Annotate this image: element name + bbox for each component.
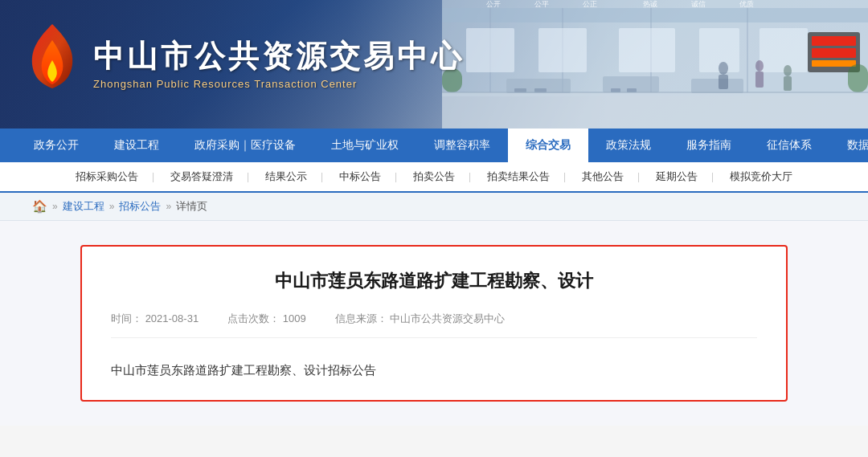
svg-rect-12 [760, 28, 808, 72]
sub-nav-link-8[interactable]: 模拟竞价大厅 [714, 161, 809, 192]
header-title-area: 中山市公共资源交易中心 Zhongshan Public Resources T… [93, 39, 465, 91]
svg-rect-19 [691, 79, 743, 93]
svg-point-26 [755, 60, 764, 71]
main-nav-item-8: 服务指南 [669, 129, 749, 162]
main-nav-item-4: 土地与矿业权 [313, 129, 416, 162]
breadcrumb-sep-2: » [109, 201, 115, 212]
svg-rect-8 [466, 28, 514, 72]
svg-text:热诚: 热诚 [643, 0, 657, 8]
sub-nav-item-5: 拍卖结果公告 [471, 161, 566, 192]
svg-rect-15 [812, 48, 856, 58]
sub-nav-link-4[interactable]: 拍卖公告 [397, 161, 471, 192]
main-nav-item-10: 数据开放 [829, 129, 868, 162]
main-nav-link-9[interactable]: 征信体系 [749, 129, 829, 162]
svg-rect-31 [848, 64, 868, 92]
sub-navigation: 招标采购公告交易答疑澄清结果公示中标公告拍卖公告拍卖结果公告其他公告延期公告模拟… [0, 162, 868, 193]
svg-rect-27 [755, 71, 764, 88]
main-nav-link-10[interactable]: 数据开放 [829, 129, 868, 162]
sub-nav-link-3[interactable]: 中标公告 [323, 161, 397, 192]
breadcrumb-link-1[interactable]: 建设工程 [63, 199, 104, 214]
home-icon[interactable]: 🏠 [32, 199, 47, 214]
svg-rect-29 [784, 76, 792, 91]
main-nav-link-4[interactable]: 土地与矿业权 [313, 129, 416, 162]
breadcrumb-sep-3: » [166, 201, 171, 212]
svg-rect-10 [619, 28, 675, 72]
header-logo-area: 中山市公共资源交易中心 Zhongshan Public Resources T… [0, 20, 465, 108]
svg-rect-3 [442, 8, 868, 22]
main-nav-list: 首页政务公开建设工程政府采购｜医疗设备土地与矿业权调整容积率综合交易政策法规服务… [0, 129, 868, 162]
breadcrumb-sep-1: » [52, 201, 58, 212]
main-nav-item-0: 首页 [0, 129, 16, 162]
svg-rect-1 [442, 92, 868, 129]
main-nav-item-2: 建设工程 [96, 129, 177, 162]
article-card: 中山市莲员东路道路扩建工程勘察、设计 时间： 2021-08-31 点击次数： … [80, 245, 788, 402]
svg-text:诚信: 诚信 [691, 0, 706, 8]
sub-nav-link-5[interactable]: 拍卖结果公告 [471, 161, 566, 192]
sub-nav-item-7: 延期公告 [640, 161, 714, 192]
main-nav-item-3: 政府采购｜医疗设备 [177, 129, 313, 162]
sub-nav-link-7[interactable]: 延期公告 [640, 161, 714, 192]
article-body: 中山市莲员东路道路扩建工程勘察、设计招标公告 [111, 353, 757, 381]
breadcrumb: 🏠 » 建设工程 » 招标公告 » 详情页 [0, 193, 868, 221]
sub-nav-link-0[interactable]: 招标采购公告 [59, 161, 154, 192]
svg-point-28 [784, 65, 792, 76]
breadcrumb-current: 详情页 [176, 199, 207, 214]
main-nav-link-7[interactable]: 政策法规 [588, 129, 669, 162]
main-nav-item-5: 调整容积率 [416, 129, 508, 162]
content-area: 中山市莲员东路道路扩建工程勘察、设计 时间： 2021-08-31 点击次数： … [0, 221, 868, 426]
article-title: 中山市莲员东路道路扩建工程勘察、设计 [111, 269, 757, 294]
sub-nav-item-1: 交易答疑澄清 [154, 161, 249, 192]
header-banner: 公开 公平 公正 热诚 诚信 优质 [0, 0, 868, 129]
svg-rect-25 [719, 75, 728, 89]
sub-nav-link-2[interactable]: 结果公示 [249, 161, 323, 192]
article-time: 时间： 2021-08-31 [111, 312, 199, 326]
header-cn-title: 中山市公共资源交易中心 [93, 39, 465, 75]
hall-illustration: 公开 公平 公正 热诚 诚信 优质 [442, 0, 868, 129]
main-nav-link-8[interactable]: 服务指南 [669, 129, 749, 162]
svg-rect-14 [812, 36, 856, 46]
main-nav-link-1[interactable]: 政务公开 [16, 129, 96, 162]
svg-text:公平: 公平 [534, 0, 549, 8]
sub-nav-link-1[interactable]: 交易答疑澄清 [154, 161, 249, 192]
main-navigation: 首页政务公开建设工程政府采购｜医疗设备土地与矿业权调整容积率综合交易政策法规服务… [0, 129, 868, 162]
svg-text:公开: 公开 [486, 0, 501, 8]
main-nav-item-1: 政务公开 [16, 129, 96, 162]
main-nav-link-2[interactable]: 建设工程 [96, 129, 177, 162]
sub-nav-item-2: 结果公示 [249, 161, 323, 192]
sub-nav-item-3: 中标公告 [323, 161, 397, 192]
logo-flame-icon [24, 20, 80, 108]
sub-nav-item-0: 招标采购公告 [59, 161, 154, 192]
svg-rect-9 [538, 28, 587, 72]
main-nav-item-7: 政策法规 [588, 129, 669, 162]
main-nav-link-5[interactable]: 调整容积率 [416, 129, 508, 162]
header-en-title: Zhongshan Public Resources Transaction C… [93, 78, 465, 90]
sub-nav-item-8: 模拟竞价大厅 [714, 161, 809, 192]
sub-nav-list: 招标采购公告交易答疑澄清结果公示中标公告拍卖公告拍卖结果公告其他公告延期公告模拟… [59, 161, 809, 192]
article-source: 信息来源： 中山市公共资源交易中心 [335, 312, 506, 326]
main-nav-link-6[interactable]: 综合交易 [508, 129, 588, 162]
article-clicks: 点击次数： 1009 [227, 312, 306, 326]
article-meta: 时间： 2021-08-31 点击次数： 1009 信息来源： 中山市公共资源交… [111, 312, 757, 338]
sub-nav-item-4: 拍卖公告 [397, 161, 471, 192]
breadcrumb-link-2[interactable]: 招标公告 [119, 199, 161, 214]
main-nav-link-3[interactable]: 政府采购｜医疗设备 [177, 129, 313, 162]
main-nav-item-9: 征信体系 [749, 129, 829, 162]
svg-rect-16 [812, 60, 856, 67]
sub-nav-link-6[interactable]: 其他公告 [566, 161, 640, 192]
main-nav-item-6: 综合交易 [508, 129, 588, 162]
svg-text:公正: 公正 [583, 0, 597, 8]
svg-text:优质: 优质 [739, 0, 754, 8]
svg-point-24 [719, 62, 728, 75]
main-nav-link-0[interactable]: 首页 [0, 129, 16, 162]
sub-nav-item-6: 其他公告 [566, 161, 640, 192]
